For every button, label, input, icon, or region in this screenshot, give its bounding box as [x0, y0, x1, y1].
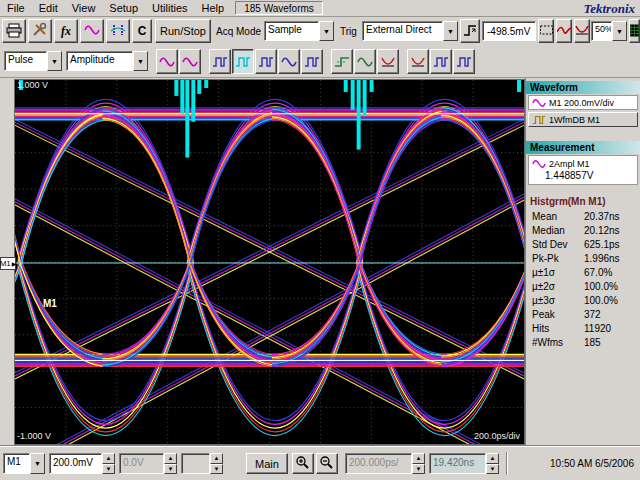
meas-icon-button-1[interactable]: [156, 49, 178, 74]
timebase-value: 200.000ps/: [345, 453, 412, 474]
menu-edit[interactable]: Edit: [32, 1, 65, 15]
meas-icon-button-5[interactable]: [255, 49, 277, 74]
dropdown-arrow-icon[interactable]: ▼: [133, 51, 148, 71]
spin-down-icon: ▼: [164, 464, 177, 475]
tools-button[interactable]: [28, 19, 52, 43]
wfmdb-row[interactable]: 1WfmDB M1: [528, 112, 638, 127]
red-waveform-icon: [556, 24, 572, 38]
spinner-arrows: ▲▼: [412, 453, 425, 474]
clear-button[interactable]: C: [132, 19, 152, 43]
measurement-type-value: Amplitude: [66, 51, 133, 71]
dropdown-arrow-icon[interactable]: ▼: [612, 21, 627, 41]
dropdown-arrow-icon[interactable]: ▼: [47, 51, 62, 71]
meas-icon-button-10[interactable]: [377, 49, 399, 74]
signal-category-select[interactable]: Pulse ▼: [4, 51, 62, 71]
timebase-label: 200.0ps/div: [474, 431, 520, 441]
menu-file[interactable]: File: [0, 1, 32, 15]
math-fx-button[interactable]: fx: [54, 19, 78, 43]
spinner-arrows[interactable]: ▲▼: [486, 453, 499, 474]
stat-row-pkpk: Pk-Pk1.996ns: [526, 252, 640, 266]
acq-mode-select[interactable]: Sample ▼: [264, 21, 334, 41]
wfmdb-label: 1WfmDB M1: [549, 115, 600, 125]
fine-offset-value: [181, 453, 210, 474]
dropdown-arrow-icon[interactable]: ▼: [443, 21, 458, 41]
clock-readout: 10:50 AM 6/5/2006: [550, 458, 634, 469]
spinner-arrows[interactable]: ▲▼: [102, 453, 115, 474]
marker-arrow-icon: ▶: [12, 260, 17, 267]
meas-icon-button-4[interactable]: [232, 49, 254, 74]
meas-icon-button-9[interactable]: [354, 49, 376, 74]
measurement-type-select[interactable]: Amplitude ▼: [66, 51, 148, 71]
spin-down-icon[interactable]: ▼: [102, 464, 115, 475]
bottom-scale-label: -1.000 V: [17, 431, 51, 441]
histogram-stats: Mean20.37nsMedian20.12nsStd Dev625.1psPk…: [526, 210, 640, 350]
waveform-display[interactable]: 1.000 V -1.000 V 200.0ps/div M1: [14, 79, 525, 445]
vertical-scale-value: 200.0mV: [49, 453, 102, 474]
rising-edge-icon: [462, 24, 478, 39]
spin-up-icon: ▲: [412, 453, 425, 464]
menu-setup[interactable]: Setup: [102, 1, 145, 15]
stat-row-wfms: #Wfms185: [526, 336, 640, 350]
menu-help[interactable]: Help: [195, 1, 232, 15]
waveform-red-button-1[interactable]: [556, 19, 572, 43]
zoom-out-button[interactable]: [316, 453, 338, 474]
eye-diagram: [15, 80, 524, 444]
display-zoom-select[interactable]: 50% ▼: [591, 21, 627, 41]
meas-icon-button-7[interactable]: [301, 49, 323, 74]
trace-label: M1: [43, 298, 57, 309]
spin-down-icon: ▼: [412, 464, 425, 475]
waveform-red-button-2[interactable]: [574, 19, 590, 43]
dropdown-arrow-icon[interactable]: ▼: [319, 21, 334, 41]
m1-marker[interactable]: M1▶: [0, 257, 16, 270]
histogram-section-header: Histgrm(Mn M1): [526, 196, 640, 210]
waveform-source-label: M1 200.0mV/div: [549, 98, 614, 108]
display-zoom-value: 50%: [591, 21, 612, 41]
spin-down-icon[interactable]: ▼: [486, 464, 499, 475]
position-value: 19.420ns: [429, 453, 486, 474]
run-stop-button[interactable]: Run/Stop: [155, 19, 211, 43]
main-timebase-button[interactable]: Main: [246, 453, 288, 474]
waveform-define-button[interactable]: [80, 19, 104, 43]
dashed-box-icon: [539, 24, 554, 38]
spinner-arrows: ▲▼: [164, 453, 177, 474]
waveform-section-header: Waveform: [526, 81, 640, 94]
dropdown-arrow-icon[interactable]: ▼: [30, 453, 45, 474]
meas-icon-button-12[interactable]: [430, 49, 452, 74]
meas-icon-button-11[interactable]: [407, 49, 429, 74]
oscilloscope-window: FileEditViewSetupUtilitiesHelp 185 Wavef…: [0, 0, 640, 480]
menu-utilities[interactable]: Utilities: [145, 1, 194, 15]
define-region-button[interactable]: [538, 19, 554, 43]
stat-row-median: Median20.12ns: [526, 224, 640, 238]
menu-bar: FileEditViewSetupUtilitiesHelp 185 Wavef…: [0, 0, 640, 17]
channel-select[interactable]: M1 ▼: [3, 453, 45, 474]
print-button[interactable]: [2, 19, 26, 43]
stat-row-peak: Peak372: [526, 308, 640, 322]
zoom-in-button[interactable]: [292, 453, 314, 474]
measurement-row[interactable]: 2Ampl M1 1.448857V: [528, 155, 638, 185]
graticule-button[interactable]: [629, 19, 640, 43]
trigger-slope-button[interactable]: [460, 19, 480, 43]
acq-mode-label: Acq Mode: [216, 26, 261, 37]
meas-icon-button-6[interactable]: [278, 49, 300, 74]
position-spinner[interactable]: 19.420ns ▲▼: [429, 453, 499, 474]
menu-view[interactable]: View: [65, 1, 103, 15]
spinner-arrows: ▲▼: [210, 453, 223, 474]
spin-up-icon: ▲: [164, 453, 177, 464]
trigger-source-select[interactable]: External Direct ▼: [362, 21, 458, 41]
vertical-scale-spinner[interactable]: 200.0mV ▲▼: [49, 453, 115, 474]
stat-row-stddev: Std Dev625.1ps: [526, 238, 640, 252]
top-scale-label: 1.000 V: [17, 80, 48, 90]
vertical-offset-spinner: 0.0V ▲▼: [119, 453, 177, 474]
spin-up-icon[interactable]: ▲: [102, 453, 115, 464]
spin-down-icon: ▼: [210, 464, 223, 475]
meas-icon-button-13[interactable]: [453, 49, 475, 74]
cursors-button[interactable]: [106, 19, 130, 43]
meas-icon-button-2[interactable]: [179, 49, 201, 74]
main-toolbar: fx C Run/Stop Acq Mode Sample ▼ Trig Ext…: [0, 17, 640, 46]
meas-icon-button-3[interactable]: [209, 49, 231, 74]
measurement-waveform-icon: [532, 158, 546, 170]
waveform-source-row[interactable]: M1 200.0mV/div: [528, 95, 638, 110]
timebase-spinner: 200.000ps/ ▲▼: [345, 453, 425, 474]
spin-up-icon[interactable]: ▲: [486, 453, 499, 464]
meas-icon-button-8[interactable]: [331, 49, 353, 74]
